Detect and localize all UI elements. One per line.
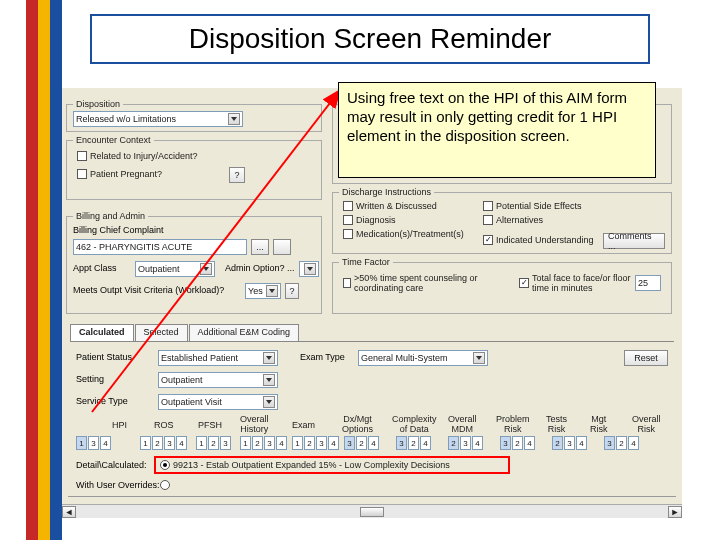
- overall-history-values[interactable]: 1234: [240, 436, 288, 450]
- alternatives-checkbox[interactable]: Alternatives: [483, 215, 543, 225]
- override-label: With User Overrides:: [76, 480, 160, 490]
- counseling-checkbox[interactable]: >50% time spent counseling or coordinati…: [343, 273, 503, 293]
- detail-calc-label: Detail\Calculated:: [76, 460, 147, 470]
- face-time-checkbox[interactable]: ✓Total face to face/or floor time in min…: [519, 273, 632, 293]
- chevron-down-icon: [473, 352, 485, 364]
- exam-type-select[interactable]: General Multi-System: [358, 350, 488, 366]
- mgt-risk-values[interactable]: 1234: [604, 436, 640, 450]
- potential-side-checkbox[interactable]: Potential Side Effects: [483, 201, 581, 211]
- medications-checkbox[interactable]: Medication(s)/Treatment(s): [343, 229, 464, 239]
- col-mgt-risk: Mgt Risk: [590, 414, 608, 434]
- discharge-group: Discharge Instructions Written & Discuss…: [332, 192, 672, 254]
- override-radio[interactable]: [160, 480, 173, 490]
- understanding-checkbox[interactable]: ✓Indicated Understanding: [483, 235, 594, 245]
- face-time-input[interactable]: 25: [635, 275, 661, 291]
- time-factor-group: Time Factor >50% time spent counseling o…: [332, 262, 672, 314]
- horizontal-scrollbar[interactable]: ◄ ►: [62, 504, 682, 518]
- col-complexity: Complexity of Data: [392, 414, 437, 434]
- col-problem-risk: Problem Risk: [496, 414, 530, 434]
- page-title: Disposition Screen Reminder: [189, 23, 552, 55]
- highlight-box: [154, 456, 510, 474]
- page-title-box: Disposition Screen Reminder: [90, 14, 650, 64]
- ros-values[interactable]: 1234: [140, 436, 188, 450]
- scroll-right-icon[interactable]: ►: [668, 506, 682, 518]
- col-overall-mdm: Overall MDM: [448, 414, 477, 434]
- pfsh-values[interactable]: 123: [196, 436, 232, 450]
- complexity-values[interactable]: 1234: [396, 436, 432, 450]
- hpi-values[interactable]: 1234: [76, 436, 112, 450]
- overall-mdm-values[interactable]: 1234: [448, 436, 484, 450]
- tests-risk-values[interactable]: 1234: [552, 436, 588, 450]
- svg-line-1: [92, 90, 340, 412]
- callout-note: Using free text on the HPI of this AIM f…: [338, 82, 656, 178]
- comments-button[interactable]: Comments ...: [603, 233, 665, 249]
- exam-values[interactable]: 1234: [292, 436, 340, 450]
- scroll-thumb[interactable]: [360, 507, 384, 517]
- problem-risk-values[interactable]: 1234: [500, 436, 536, 450]
- dxmgt-values[interactable]: 1234: [344, 436, 380, 450]
- scroll-left-icon[interactable]: ◄: [62, 506, 76, 518]
- col-tests-risk: Tests Risk: [546, 414, 567, 434]
- reset-button[interactable]: Reset: [624, 350, 668, 366]
- col-overall-risk: Overall Risk: [632, 414, 661, 434]
